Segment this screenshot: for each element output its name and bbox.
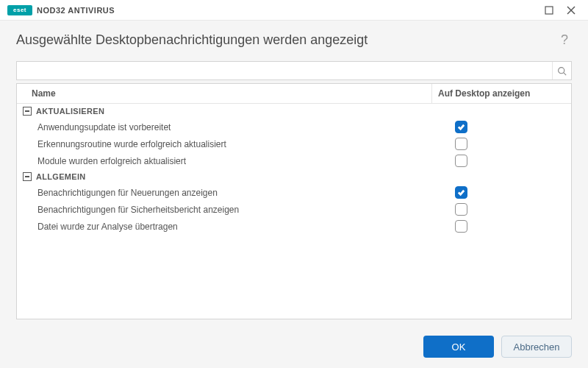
table-group[interactable]: AKTUALISIEREN (17, 104, 571, 118)
row-name: Benachrichtigungen für Neuerungen anzeig… (23, 188, 426, 198)
table-body: AKTUALISIERENAnwendungsupdate ist vorber… (17, 104, 571, 319)
column-header-name[interactable]: Name (17, 84, 431, 103)
table-row: Datei wurde zur Analyse übertragen (17, 218, 571, 235)
column-header-show[interactable]: Auf Desktop anzeigen (431, 84, 571, 103)
table-row: Erkennungsroutine wurde erfolgreich aktu… (17, 135, 571, 152)
window-close-button[interactable] (560, 1, 582, 19)
table-group[interactable]: ALLGEMEIN (17, 169, 571, 184)
collapse-icon[interactable] (23, 172, 32, 181)
window-maximize-button[interactable] (538, 1, 560, 19)
titlebar: eset NOD32 ANTIVIRUS (0, 0, 588, 21)
table-row: Benachrichtigungen für Neuerungen anzeig… (17, 184, 571, 201)
search-icon[interactable] (552, 62, 571, 79)
help-icon[interactable]: ? (557, 32, 572, 48)
row-name: Datei wurde zur Analyse übertragen (23, 222, 426, 232)
svg-point-3 (559, 67, 564, 73)
notification-table: Name Auf Desktop anzeigen AKTUALISIERENA… (16, 83, 572, 319)
group-label: AKTUALISIEREN (36, 107, 104, 116)
show-on-desktop-checkbox[interactable] (455, 121, 467, 133)
brand: eset NOD32 ANTIVIRUS (7, 5, 115, 15)
svg-line-4 (564, 72, 566, 74)
heading-row: Ausgewählte Desktopbenachrichtigungen we… (16, 32, 572, 48)
show-on-desktop-checkbox[interactable] (455, 186, 467, 199)
row-name: Benachrichtigungen für Sicherheitsberich… (23, 205, 426, 215)
ok-button[interactable]: OK (423, 336, 494, 358)
row-name: Module wurden erfolgreich aktualisiert (23, 156, 426, 166)
show-on-desktop-checkbox[interactable] (455, 155, 467, 167)
row-name: Erkennungsroutine wurde erfolgreich aktu… (23, 139, 426, 149)
svg-rect-0 (545, 7, 553, 14)
table-row: Benachrichtigungen für Sicherheitsberich… (17, 201, 571, 218)
group-label: ALLGEMEIN (36, 172, 85, 181)
show-on-desktop-checkbox[interactable] (455, 138, 467, 150)
show-on-desktop-checkbox[interactable] (455, 203, 467, 216)
collapse-icon[interactable] (23, 107, 32, 116)
search-bar (16, 61, 572, 80)
page-title: Ausgewählte Desktopbenachrichtigungen we… (16, 32, 557, 48)
table-row: Module wurden erfolgreich aktualisiert (17, 152, 571, 169)
show-on-desktop-checkbox[interactable] (455, 220, 467, 233)
row-name: Anwendungsupdate ist vorbereitet (23, 122, 426, 132)
brand-logo: eset (7, 5, 32, 15)
table-header: Name Auf Desktop anzeigen (17, 84, 571, 104)
brand-product: NOD32 ANTIVIRUS (37, 6, 115, 15)
table-row: Anwendungsupdate ist vorbereitet (17, 118, 571, 135)
dialog-footer: OK Abbrechen (0, 328, 588, 368)
cancel-button[interactable]: Abbrechen (501, 336, 572, 358)
search-input[interactable] (17, 62, 552, 79)
